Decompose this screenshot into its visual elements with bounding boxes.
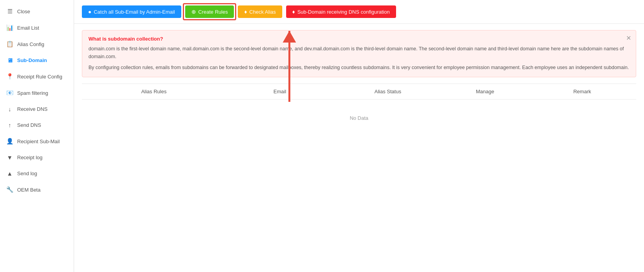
info-box-title: What is subdomain collection? [88,36,630,42]
pin-icon: 📍 [6,73,13,80]
sidebar-item-alias-config[interactable]: 📋 Alias Config [0,36,74,52]
close-icon: ☰ [6,8,13,15]
down-arrow-icon: ↓ [6,106,13,112]
sidebar-item-email-list[interactable]: 📊 Email List [0,20,74,36]
col-manage: Manage [442,89,528,94]
warning-icon: ♦ [292,9,295,15]
clipboard-icon: 📋 [6,41,13,48]
create-rules-button[interactable]: ⊕ Create Rules [185,5,234,18]
content-area: What is subdomain collection? domain.com… [74,24,644,272]
chevron-down-icon: ▼ [6,154,13,161]
sidebar-item-receipt-log[interactable]: ▼ Receipt log [0,149,74,165]
toolbar: ● Catch all Sub-Email by Admin-Email ⊕ C… [74,0,644,24]
table-empty-message: No Data [82,100,636,137]
col-remark: Remark [528,89,636,94]
sidebar-item-receipt-rule-config[interactable]: 📍 Receipt Rule Config [0,68,74,85]
catch-all-button[interactable]: ● Catch all Sub-Email by Admin-Email [82,5,181,18]
sidebar-item-send-log[interactable]: ▲ Send log [0,165,74,181]
col-email: Email [226,89,334,94]
email-icon: 📧 [6,89,13,96]
gear-icon: 🔧 [6,186,13,193]
bar-chart-icon: 📊 [6,24,13,31]
col-alias-status: Alias Status [334,89,442,94]
sidebar: ☰ Close 📊 Email List 📋 Alias Config 🖥 Su… [0,0,74,272]
sidebar-item-close[interactable]: ☰ Close [0,3,74,20]
sidebar-item-sub-domain[interactable]: 🖥 Sub-Domain [0,52,74,68]
chevron-up-icon: ▲ [6,170,13,177]
user-icon: 👤 [6,138,13,145]
col-alias-rules: Alias Rules [82,89,226,94]
info-box: What is subdomain collection? domain.com… [82,30,636,77]
circle-icon: ● [88,9,91,15]
sub-domain-dns-button[interactable]: ♦ Sub-Domain receiving DNS configuration [286,5,396,18]
check-alias-button[interactable]: ♦ Check Alias [238,5,282,18]
info-box-paragraph1: domain.com is the first-level domain nam… [88,45,630,60]
data-table: Alias Rules Email Alias Status Manage Re… [82,84,636,137]
info-box-close-button[interactable]: ✕ [626,34,631,42]
up-arrow-icon: ↑ [6,122,13,128]
table-header: Alias Rules Email Alias Status Manage Re… [82,84,636,100]
main-content: ● Catch all Sub-Email by Admin-Email ⊕ C… [74,0,644,272]
plus-circle-icon: ⊕ [191,9,196,15]
monitor-icon: 🖥 [6,57,13,64]
info-box-paragraph2: By configuring collection rules, emails … [88,64,630,71]
sidebar-item-spam-filtering[interactable]: 📧 Spam filtering [0,85,74,101]
sidebar-item-oem-beta[interactable]: 🔧 OEM Beta [0,181,74,198]
diamond-icon: ♦ [244,9,247,15]
sidebar-item-recipient-sub-mail[interactable]: 👤 Recipient Sub-Mail [0,133,74,149]
sidebar-item-receive-dns[interactable]: ↓ Receive DNS [0,101,74,117]
sidebar-item-send-dns[interactable]: ↑ Send DNS [0,117,74,133]
